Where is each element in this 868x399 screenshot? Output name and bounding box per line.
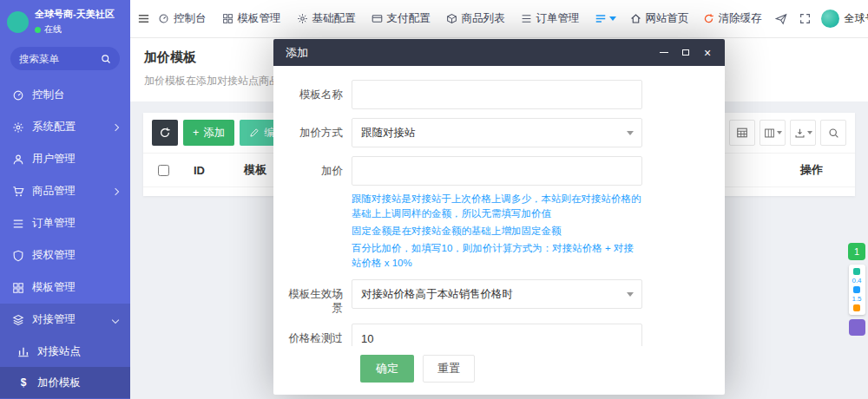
sidebar-item-label: 系统配置 [32, 120, 76, 134]
dialog-title: 添加 [286, 45, 308, 61]
menu-search [10, 47, 120, 70]
column-header-id: ID [183, 164, 244, 177]
maximize-icon[interactable] [681, 48, 691, 58]
menu-search-input[interactable] [19, 54, 95, 64]
gauge-icon [12, 89, 24, 101]
template-name-input[interactable] [352, 80, 642, 109]
brand-logo-icon [7, 11, 29, 33]
sidebar-item-console[interactable]: 控制台 [0, 79, 130, 111]
topnav-item-label: 模板管理 [238, 11, 281, 26]
brand: 全球号商-天美社区 在线 [0, 0, 130, 42]
minimize-icon[interactable] [659, 48, 669, 58]
expire-label: 价格检测过期时间 [273, 324, 352, 346]
table-view-button[interactable] [729, 120, 755, 146]
column-header-action: 操作 [768, 162, 855, 178]
topnav-item-templates[interactable]: 模板管理 [214, 0, 289, 38]
sidebar-item-orders[interactable]: 订单管理 [0, 207, 130, 239]
search-button[interactable] [820, 120, 846, 146]
sidebar-item-label: 控制台 [32, 88, 65, 102]
system-monitor-widget[interactable]: 0.4 1.5 [849, 265, 865, 315]
plus-icon: + [193, 127, 199, 139]
sidebar-item-goods[interactable]: 商品管理 [0, 175, 130, 207]
topnav-item-label: 基础配置 [312, 11, 356, 26]
close-icon[interactable]: × [702, 48, 713, 58]
export-button[interactable] [790, 120, 816, 146]
template-name-label: 模板名称 [273, 80, 352, 109]
topnav-item-label: 支付配置 [387, 11, 431, 26]
markup-mode-label: 加价方式 [273, 118, 352, 147]
gauge-icon [158, 13, 169, 24]
caret-down-icon [807, 131, 812, 137]
clear-cache-icon [703, 13, 714, 24]
list-icon [521, 13, 532, 24]
dollar-icon: $ [17, 376, 30, 389]
monitor-upload-icon [853, 268, 860, 275]
sidebar-subitem-markup-template[interactable]: $ 加价模板 [0, 367, 130, 398]
theme-widget-button[interactable] [849, 319, 865, 336]
message-button[interactable] [769, 0, 793, 38]
chart-icon [17, 345, 30, 357]
clear-cache-label: 清除缓存 [719, 11, 762, 26]
dialog-titlebar: 添加 × [273, 39, 725, 66]
caret-down-icon [777, 131, 782, 137]
pencil-icon [249, 128, 260, 138]
sidebar-item-templates[interactable]: 模板管理 [0, 271, 130, 304]
float-widgets: 1 0.4 1.5 [847, 243, 866, 336]
notification-badge[interactable]: 1 [848, 243, 865, 260]
confirm-button[interactable]: 确定 [360, 355, 414, 383]
list-dropdown-icon [595, 13, 607, 25]
dialog-footer: 确定 重置 [273, 346, 725, 395]
topnav-item-goods-list[interactable]: 商品列表 [438, 0, 513, 38]
gear-icon [12, 121, 24, 134]
layout-menu-dropdown[interactable] [588, 0, 623, 38]
fullscreen-button[interactable] [793, 0, 818, 38]
markup-mode-select[interactable]: 跟随对接站 [352, 118, 642, 147]
sidebar-item-users[interactable]: 用户管理 [0, 143, 130, 175]
sidebar-item-label: 模板管理 [32, 280, 76, 295]
search-icon [828, 128, 839, 139]
topnav-item-basic-config[interactable]: 基础配置 [289, 0, 364, 38]
avatar[interactable] [821, 10, 839, 28]
topnav-item-label: 商品列表 [462, 11, 505, 26]
sidebar-subitem-docking-sites[interactable]: 对接站点 [0, 336, 130, 367]
expire-input[interactable] [352, 324, 642, 346]
add-button[interactable]: + 添加 [183, 120, 234, 146]
sidebar-item-auth[interactable]: 授权管理 [0, 239, 130, 271]
sidebar-subitem-label: 加价模板 [37, 376, 81, 390]
fullscreen-icon [799, 13, 811, 24]
markup-mode-value: 跟随对接站 [361, 126, 416, 141]
topnav-item-orders[interactable]: 订单管理 [513, 0, 588, 38]
chevron-down-icon [112, 316, 119, 323]
search-icon [101, 54, 111, 64]
sidebar-item-docking[interactable]: 对接管理 [0, 304, 130, 336]
reset-button[interactable]: 重置 [423, 355, 475, 383]
monitor-metric-1: 0.4 [852, 277, 861, 285]
site-home-button[interactable]: 网站首页 [623, 0, 696, 38]
select-all-checkbox[interactable] [158, 165, 169, 176]
topnav-item-label: 控制台 [174, 11, 207, 26]
cart-icon [12, 186, 24, 198]
sidebar-item-label: 订单管理 [32, 216, 76, 231]
site-home-label: 网站首页 [646, 11, 689, 26]
scene-value: 对接站价格高于本站销售价格时 [361, 287, 513, 302]
topnav-item-payment-config[interactable]: 支付配置 [364, 0, 438, 38]
gear-icon [297, 13, 308, 24]
topbar: 控制台 模板管理 基础配置 支付配置 商品列表 订单管理 网站首页 清除缓存 [130, 0, 868, 38]
markup-input[interactable] [352, 156, 642, 186]
refresh-button[interactable] [152, 120, 178, 146]
sidebar-section-docking: 对接管理 对接站点 $ 加价模板 插件管理 [0, 304, 130, 399]
chevron-right-icon [112, 123, 119, 130]
username[interactable]: 全球号商-天美社区 [845, 11, 868, 26]
topnav-item-console[interactable]: 控制台 [150, 0, 214, 38]
hamburger-icon [137, 12, 150, 25]
card-icon [372, 13, 383, 24]
scene-select[interactable]: 对接站价格高于本站销售价格时 [352, 279, 642, 309]
sidebar-item-system-config[interactable]: 系统配置 [0, 111, 130, 143]
sidebar-subitem-label: 对接站点 [37, 344, 81, 359]
clear-cache-button[interactable]: 清除缓存 [696, 0, 769, 38]
layers-icon [12, 314, 24, 326]
collapse-menu-button[interactable] [137, 0, 150, 38]
columns-filter-button[interactable] [760, 120, 786, 146]
markup-help-3: 百分比加价，如填写10，则加价计算方式为：对接站价格 + 对接站价格 x 10% [352, 241, 642, 271]
topbar-right: 网站首页 清除缓存 全球号商-天美社区 [588, 0, 868, 38]
